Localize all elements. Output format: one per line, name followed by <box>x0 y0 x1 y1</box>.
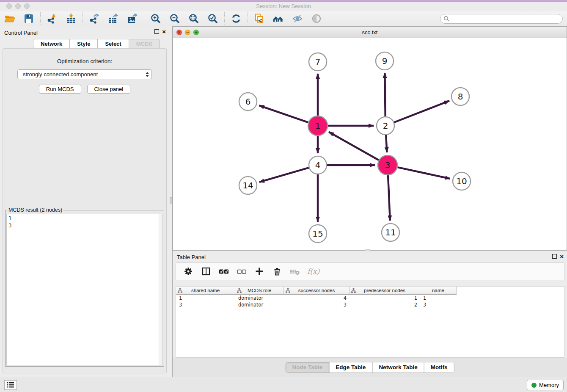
graph-node-label: 4 <box>315 160 321 170</box>
network-canvas[interactable]: 1234678910111415 <box>173 38 567 250</box>
graph-edge-1-6[interactable] <box>259 105 308 122</box>
criterion-select[interactable]: strongly connected component <box>17 69 152 79</box>
save-session-button[interactable] <box>23 13 35 25</box>
column-type-icon <box>351 288 356 293</box>
zoom-in-button[interactable] <box>150 13 162 25</box>
gear-icon <box>184 267 193 276</box>
eye-disabled-icon <box>311 13 322 24</box>
panel-splitter[interactable] <box>169 26 173 377</box>
task-history-button[interactable] <box>4 380 17 390</box>
graph-node-2[interactable]: 2 <box>377 117 394 135</box>
graph-edge-2-3[interactable] <box>386 135 387 152</box>
import-table-button[interactable] <box>65 13 77 25</box>
column-header-name[interactable]: name <box>420 287 457 294</box>
export-network-button[interactable] <box>88 13 100 25</box>
close-panel-button[interactable]: Close panel <box>87 85 131 94</box>
select-all-rows-button[interactable] <box>218 266 229 277</box>
hide-selected-button[interactable] <box>292 13 303 25</box>
documents-network-icon <box>254 13 265 24</box>
graph-node-8[interactable]: 8 <box>451 88 469 105</box>
search-input[interactable] <box>450 15 562 23</box>
graph-node-label: 1 <box>315 121 321 131</box>
function-builder-button[interactable]: f(x) <box>307 267 319 276</box>
select-stepper-icon <box>146 72 149 77</box>
graph-node-label: 8 <box>458 91 463 102</box>
result-scrollbar[interactable] <box>159 214 162 365</box>
network-window-titlebar[interactable]: scc.txt <box>173 27 567 38</box>
table-settings-button[interactable] <box>183 266 194 277</box>
table-toolbar: f(x) <box>176 262 564 280</box>
show-columns-button[interactable] <box>201 266 212 277</box>
tab-motifs[interactable]: Motifs <box>424 362 454 373</box>
graph-node-label: 11 <box>385 227 396 237</box>
table-row[interactable]: 3 dominator 3 2 3 <box>176 301 564 308</box>
network-graph: 1234678910111415 <box>173 38 567 250</box>
column-type-icon <box>237 288 242 293</box>
plus-icon <box>255 267 264 276</box>
graph-node-11[interactable]: 11 <box>382 224 399 241</box>
memory-button[interactable]: Memory <box>527 380 564 390</box>
delete-table-button[interactable] <box>289 266 300 277</box>
tab-select[interactable]: Select <box>98 39 129 48</box>
float-table-panel-icon[interactable] <box>552 254 557 259</box>
run-mcds-button[interactable]: Run MCDS <box>39 85 81 94</box>
graph-node-15[interactable]: 15 <box>309 225 327 243</box>
column-header-mcds-role[interactable]: MCDS role <box>235 287 284 294</box>
graph-node-label: 6 <box>245 97 251 107</box>
graph-edge-2-8[interactable] <box>394 101 449 122</box>
graph-node-4[interactable]: 4 <box>309 156 327 174</box>
tab-network-table[interactable]: Network Table <box>372 362 424 373</box>
export-image-button[interactable] <box>127 13 138 25</box>
export-network-icon <box>89 13 100 24</box>
control-panel-title: Control Panel <box>4 30 38 36</box>
zoom-fit-button[interactable] <box>188 13 200 25</box>
graph-node-7[interactable]: 7 <box>309 53 327 71</box>
zoom-in-icon <box>150 13 161 24</box>
criterion-value: strongly connected component <box>23 71 146 77</box>
unchecked-boxes-icon <box>237 267 247 276</box>
tab-network[interactable]: Network <box>33 39 70 48</box>
zoom-selected-button[interactable] <box>207 13 219 25</box>
graph-node-6[interactable]: 6 <box>239 93 257 110</box>
tab-style[interactable]: Style <box>70 39 98 48</box>
column-header-shared-name[interactable]: shared name <box>176 287 235 294</box>
search-field[interactable] <box>440 14 563 24</box>
create-column-button[interactable] <box>254 266 265 277</box>
refresh-layout-button[interactable] <box>230 13 242 25</box>
column-header-predecessor-nodes[interactable]: predecessor nodes <box>350 287 420 294</box>
open-session-button[interactable] <box>4 13 16 25</box>
optimization-criterion-label: Optimization criterion: <box>3 58 166 64</box>
mcds-result-box[interactable]: 1 3 <box>6 214 163 365</box>
export-table-button[interactable] <box>107 13 119 25</box>
export-table-icon <box>108 13 119 24</box>
float-panel-icon[interactable] <box>154 29 159 34</box>
show-hidden-button[interactable] <box>311 13 322 25</box>
graph-node-10[interactable]: 10 <box>453 172 471 190</box>
first-neighbors-button[interactable] <box>272 13 284 25</box>
tab-node-table[interactable]: Node Table <box>286 362 329 373</box>
import-network-button[interactable] <box>46 13 58 25</box>
table-panel-title: Table Panel <box>177 254 206 260</box>
splitter-grip[interactable] <box>170 197 172 204</box>
zoom-out-button[interactable] <box>169 13 181 25</box>
new-network-from-selection-button[interactable] <box>253 13 265 25</box>
graph-edge-3-11[interactable] <box>388 175 390 221</box>
list-icon <box>7 382 14 388</box>
tab-mcds[interactable]: MCDS <box>129 39 160 48</box>
graph-edge-4-14[interactable] <box>259 168 309 182</box>
close-table-panel-icon[interactable]: × <box>560 254 564 259</box>
graph-edge-2-9[interactable] <box>385 73 385 116</box>
graph-node-14[interactable]: 14 <box>239 177 257 194</box>
graph-node-1[interactable]: 1 <box>308 116 328 135</box>
table-row[interactable]: 1 dominator 4 1 1 <box>176 295 564 301</box>
main-toolbar <box>0 11 567 26</box>
column-header-successor-nodes[interactable]: successor nodes <box>284 287 350 294</box>
deselect-all-rows-button[interactable] <box>236 266 247 277</box>
graph-edge-3-10[interactable] <box>397 167 450 179</box>
tab-edge-table[interactable]: Edge Table <box>329 362 372 373</box>
close-panel-icon[interactable]: × <box>162 29 166 34</box>
graph-node-3[interactable]: 3 <box>378 155 397 175</box>
graph-edge-3-1[interactable] <box>329 132 379 160</box>
graph-node-9[interactable]: 9 <box>376 52 394 70</box>
delete-column-button[interactable] <box>272 266 283 277</box>
